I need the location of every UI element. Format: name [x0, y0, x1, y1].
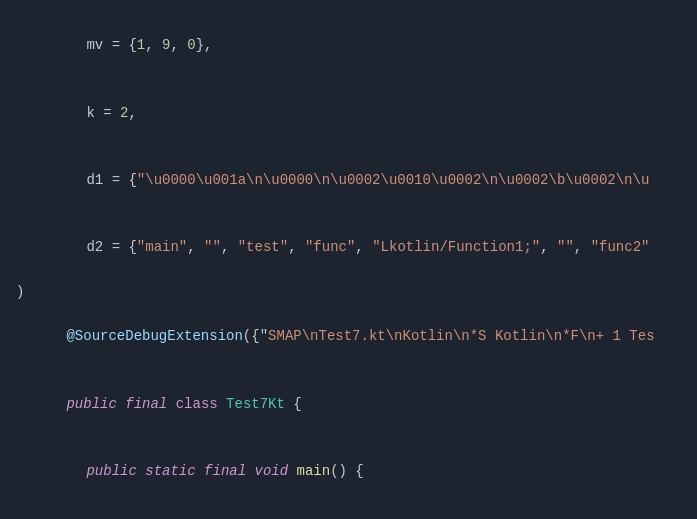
- code-line-9: Function1 func2$iv = (Function1)null.INS…: [0, 505, 697, 519]
- code-line-7: public final class Test7Kt {: [0, 370, 697, 437]
- code-line-3: d1 = {"\u0000\u001a\n\u0000\n\u0002\u001…: [0, 146, 697, 213]
- code-line-2: k = 2,: [0, 79, 697, 146]
- code-line-8: public static final void main() {: [0, 437, 697, 504]
- code-line-5: ): [0, 281, 697, 303]
- code-line-1: mv = {1, 9, 0},: [0, 12, 697, 79]
- code-line-6: @SourceDebugExtension({"SMAP\nTest7.kt\n…: [0, 303, 697, 370]
- code-line-4: d2 = {"main", "", "test", "func", "Lkotl…: [0, 214, 697, 281]
- code-editor: mv = {1, 9, 0}, k = 2, d1 = {"\u0000\u00…: [0, 8, 697, 519]
